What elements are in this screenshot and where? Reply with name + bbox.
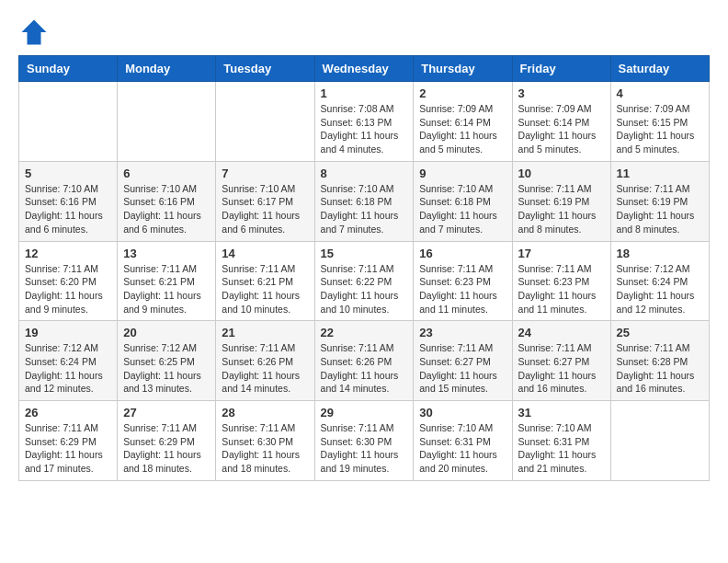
day-info: Sunrise: 7:10 AM Sunset: 6:16 PM Dayligh… — [123, 182, 210, 236]
calendar-cell: 4Sunrise: 7:09 AM Sunset: 6:15 PM Daylig… — [610, 82, 709, 162]
day-info: Sunrise: 7:11 AM Sunset: 6:30 PM Dayligh… — [321, 421, 408, 476]
calendar-cell: 5Sunrise: 7:10 AM Sunset: 6:16 PM Daylig… — [19, 161, 118, 241]
calendar-cell: 23Sunrise: 7:11 AM Sunset: 6:27 PM Dayli… — [414, 321, 512, 401]
day-info: Sunrise: 7:11 AM Sunset: 6:20 PM Dayligh… — [25, 262, 111, 316]
day-number: 29 — [321, 406, 408, 419]
day-info: Sunrise: 7:11 AM Sunset: 6:29 PM Dayligh… — [123, 421, 210, 476]
calendar-cell: 24Sunrise: 7:11 AM Sunset: 6:27 PM Dayli… — [512, 321, 610, 401]
weekday-header-row: SundayMondayTuesdayWednesdayThursdayFrid… — [19, 56, 710, 82]
day-info: Sunrise: 7:10 AM Sunset: 6:31 PM Dayligh… — [518, 421, 605, 476]
calendar-cell: 12Sunrise: 7:11 AM Sunset: 6:20 PM Dayli… — [19, 241, 118, 321]
calendar-cell: 7Sunrise: 7:10 AM Sunset: 6:17 PM Daylig… — [216, 161, 314, 241]
calendar-cell: 15Sunrise: 7:11 AM Sunset: 6:22 PM Dayli… — [314, 241, 414, 321]
day-number: 16 — [419, 247, 506, 260]
day-info: Sunrise: 7:10 AM Sunset: 6:18 PM Dayligh… — [419, 182, 506, 236]
logo-icon — [20, 18, 48, 46]
day-info: Sunrise: 7:11 AM Sunset: 6:26 PM Dayligh… — [321, 341, 408, 396]
day-number: 6 — [123, 167, 210, 180]
calendar-cell: 25Sunrise: 7:11 AM Sunset: 6:28 PM Dayli… — [610, 321, 709, 401]
day-info: Sunrise: 7:11 AM Sunset: 6:28 PM Dayligh… — [617, 341, 703, 396]
day-info: Sunrise: 7:11 AM Sunset: 6:29 PM Dayligh… — [25, 421, 111, 476]
day-number: 30 — [419, 406, 506, 419]
day-info: Sunrise: 7:11 AM Sunset: 6:23 PM Dayligh… — [419, 262, 506, 316]
day-number: 1 — [321, 86, 408, 100]
day-info: Sunrise: 7:10 AM Sunset: 6:18 PM Dayligh… — [321, 182, 408, 236]
day-info: Sunrise: 7:10 AM Sunset: 6:31 PM Dayligh… — [419, 421, 506, 476]
day-number: 28 — [222, 406, 308, 419]
calendar-cell — [610, 401, 709, 481]
day-number: 31 — [518, 406, 605, 419]
day-info: Sunrise: 7:09 AM Sunset: 6:15 PM Dayligh… — [617, 102, 703, 156]
weekday-header: Monday — [118, 56, 216, 82]
weekday-header: Wednesday — [314, 56, 414, 82]
calendar-cell: 2Sunrise: 7:09 AM Sunset: 6:14 PM Daylig… — [414, 82, 512, 162]
calendar-cell: 28Sunrise: 7:11 AM Sunset: 6:30 PM Dayli… — [216, 401, 314, 481]
calendar-cell: 3Sunrise: 7:09 AM Sunset: 6:14 PM Daylig… — [512, 82, 610, 162]
weekday-header: Thursday — [414, 56, 512, 82]
day-number: 20 — [123, 326, 210, 339]
day-info: Sunrise: 7:09 AM Sunset: 6:14 PM Dayligh… — [419, 102, 506, 156]
day-info: Sunrise: 7:12 AM Sunset: 6:24 PM Dayligh… — [25, 341, 111, 396]
calendar-cell: 14Sunrise: 7:11 AM Sunset: 6:21 PM Dayli… — [216, 241, 314, 321]
calendar-week-row: 12Sunrise: 7:11 AM Sunset: 6:20 PM Dayli… — [19, 241, 710, 321]
day-number: 7 — [222, 167, 308, 180]
day-number: 25 — [617, 326, 703, 339]
day-number: 10 — [518, 167, 605, 180]
day-number: 3 — [518, 86, 605, 100]
calendar-cell — [19, 82, 118, 162]
calendar-week-row: 26Sunrise: 7:11 AM Sunset: 6:29 PM Dayli… — [19, 401, 710, 481]
calendar-cell: 11Sunrise: 7:11 AM Sunset: 6:19 PM Dayli… — [610, 161, 709, 241]
day-number: 13 — [123, 247, 210, 260]
calendar-cell: 16Sunrise: 7:11 AM Sunset: 6:23 PM Dayli… — [414, 241, 512, 321]
weekday-header: Friday — [512, 56, 610, 82]
day-info: Sunrise: 7:10 AM Sunset: 6:17 PM Dayligh… — [222, 182, 308, 236]
day-number: 17 — [518, 247, 605, 260]
day-number: 9 — [419, 167, 506, 180]
day-number: 12 — [25, 247, 111, 260]
day-number: 24 — [518, 326, 605, 339]
calendar-cell: 18Sunrise: 7:12 AM Sunset: 6:24 PM Dayli… — [610, 241, 709, 321]
day-info: Sunrise: 7:11 AM Sunset: 6:19 PM Dayligh… — [518, 182, 605, 236]
day-info: Sunrise: 7:11 AM Sunset: 6:21 PM Dayligh… — [222, 262, 308, 316]
day-info: Sunrise: 7:11 AM Sunset: 6:26 PM Dayligh… — [222, 341, 308, 396]
calendar-cell: 19Sunrise: 7:12 AM Sunset: 6:24 PM Dayli… — [19, 321, 118, 401]
calendar: SundayMondayTuesdayWednesdayThursdayFrid… — [18, 55, 710, 481]
calendar-week-row: 19Sunrise: 7:12 AM Sunset: 6:24 PM Dayli… — [19, 321, 710, 401]
day-info: Sunrise: 7:08 AM Sunset: 6:13 PM Dayligh… — [321, 102, 408, 156]
calendar-cell — [118, 82, 216, 162]
calendar-cell: 13Sunrise: 7:11 AM Sunset: 6:21 PM Dayli… — [118, 241, 216, 321]
day-number: 22 — [321, 326, 408, 339]
calendar-cell: 17Sunrise: 7:11 AM Sunset: 6:23 PM Dayli… — [512, 241, 610, 321]
day-number: 19 — [25, 326, 111, 339]
day-number: 27 — [123, 406, 210, 419]
calendar-cell — [216, 82, 314, 162]
calendar-cell: 30Sunrise: 7:10 AM Sunset: 6:31 PM Dayli… — [414, 401, 512, 481]
day-number: 2 — [419, 86, 506, 100]
day-number: 21 — [222, 326, 308, 339]
calendar-cell: 8Sunrise: 7:10 AM Sunset: 6:18 PM Daylig… — [314, 161, 414, 241]
logo — [18, 18, 48, 46]
day-number: 14 — [222, 247, 308, 260]
calendar-cell: 31Sunrise: 7:10 AM Sunset: 6:31 PM Dayli… — [512, 401, 610, 481]
day-info: Sunrise: 7:12 AM Sunset: 6:24 PM Dayligh… — [617, 262, 703, 316]
day-info: Sunrise: 7:11 AM Sunset: 6:27 PM Dayligh… — [419, 341, 506, 396]
calendar-cell: 21Sunrise: 7:11 AM Sunset: 6:26 PM Dayli… — [216, 321, 314, 401]
day-info: Sunrise: 7:11 AM Sunset: 6:22 PM Dayligh… — [321, 262, 408, 316]
calendar-week-row: 1Sunrise: 7:08 AM Sunset: 6:13 PM Daylig… — [19, 82, 710, 162]
day-number: 26 — [25, 406, 111, 419]
day-info: Sunrise: 7:11 AM Sunset: 6:27 PM Dayligh… — [518, 341, 605, 396]
day-number: 15 — [321, 247, 408, 260]
calendar-cell: 6Sunrise: 7:10 AM Sunset: 6:16 PM Daylig… — [118, 161, 216, 241]
calendar-cell: 20Sunrise: 7:12 AM Sunset: 6:25 PM Dayli… — [118, 321, 216, 401]
day-number: 18 — [617, 247, 703, 260]
day-number: 23 — [419, 326, 506, 339]
calendar-cell: 1Sunrise: 7:08 AM Sunset: 6:13 PM Daylig… — [314, 82, 414, 162]
calendar-cell: 27Sunrise: 7:11 AM Sunset: 6:29 PM Dayli… — [118, 401, 216, 481]
calendar-cell: 9Sunrise: 7:10 AM Sunset: 6:18 PM Daylig… — [414, 161, 512, 241]
day-info: Sunrise: 7:10 AM Sunset: 6:16 PM Dayligh… — [25, 182, 111, 236]
day-info: Sunrise: 7:12 AM Sunset: 6:25 PM Dayligh… — [123, 341, 210, 396]
day-info: Sunrise: 7:11 AM Sunset: 6:23 PM Dayligh… — [518, 262, 605, 316]
calendar-cell: 10Sunrise: 7:11 AM Sunset: 6:19 PM Dayli… — [512, 161, 610, 241]
weekday-header: Sunday — [19, 56, 118, 82]
calendar-week-row: 5Sunrise: 7:10 AM Sunset: 6:16 PM Daylig… — [19, 161, 710, 241]
